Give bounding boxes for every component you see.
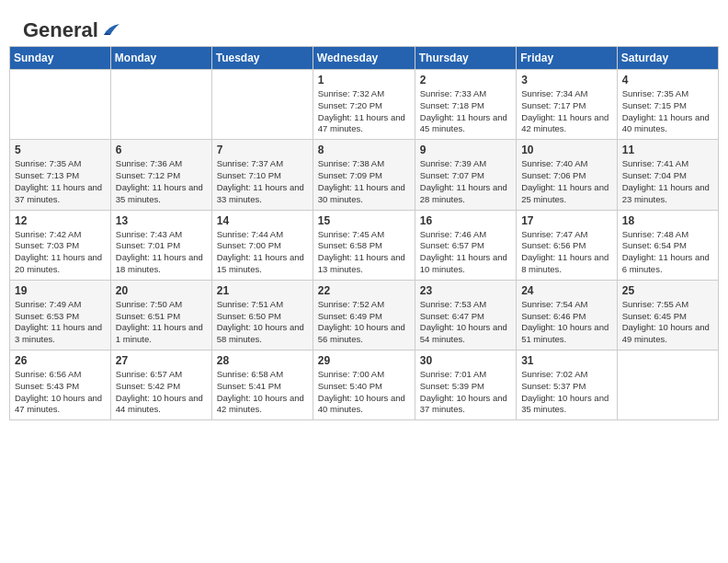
calendar-day-cell: 24Sunrise: 7:54 AM Sunset: 6:46 PM Dayli…: [517, 280, 618, 350]
col-header-wednesday: Wednesday: [313, 47, 415, 70]
day-number: 31: [521, 354, 612, 367]
day-info: Sunrise: 7:55 AM Sunset: 6:45 PM Dayligh…: [622, 299, 713, 346]
col-header-monday: Monday: [110, 47, 211, 70]
calendar-day-cell: 9Sunrise: 7:39 AM Sunset: 7:07 PM Daylig…: [415, 140, 516, 210]
day-info: Sunrise: 7:38 AM Sunset: 7:09 PM Dayligh…: [318, 158, 410, 205]
day-number: 26: [15, 354, 106, 367]
calendar-empty-cell: [10, 70, 111, 140]
day-info: Sunrise: 7:45 AM Sunset: 6:58 PM Dayligh…: [318, 229, 410, 276]
calendar-table: SundayMondayTuesdayWednesdayThursdayFrid…: [9, 46, 719, 420]
day-info: Sunrise: 7:35 AM Sunset: 7:13 PM Dayligh…: [15, 158, 106, 205]
col-header-sunday: Sunday: [10, 47, 111, 70]
day-info: Sunrise: 7:00 AM Sunset: 5:40 PM Dayligh…: [318, 369, 410, 416]
day-number: 6: [116, 144, 207, 156]
day-info: Sunrise: 7:49 AM Sunset: 6:53 PM Dayligh…: [15, 299, 106, 346]
logo-bird-icon: [99, 22, 119, 39]
day-info: Sunrise: 7:02 AM Sunset: 5:37 PM Dayligh…: [521, 369, 612, 416]
day-info: Sunrise: 7:37 AM Sunset: 7:10 PM Dayligh…: [217, 158, 308, 205]
day-info: Sunrise: 7:35 AM Sunset: 7:15 PM Dayligh…: [622, 88, 713, 135]
calendar-day-cell: 18Sunrise: 7:48 AM Sunset: 6:54 PM Dayli…: [617, 210, 718, 280]
day-number: 8: [318, 144, 410, 156]
day-number: 2: [420, 74, 511, 86]
calendar-week-row: 12Sunrise: 7:42 AM Sunset: 7:03 PM Dayli…: [10, 210, 719, 280]
day-info: Sunrise: 7:34 AM Sunset: 7:17 PM Dayligh…: [521, 88, 612, 135]
col-header-friday: Friday: [517, 47, 618, 70]
calendar-day-cell: 7Sunrise: 7:37 AM Sunset: 7:10 PM Daylig…: [211, 140, 313, 210]
day-number: 28: [217, 354, 308, 367]
calendar-week-row: 5Sunrise: 7:35 AM Sunset: 7:13 PM Daylig…: [10, 140, 719, 210]
day-info: Sunrise: 6:57 AM Sunset: 5:42 PM Dayligh…: [116, 369, 207, 416]
day-number: 21: [217, 284, 308, 297]
day-info: Sunrise: 7:36 AM Sunset: 7:12 PM Dayligh…: [116, 158, 207, 205]
day-number: 17: [521, 214, 612, 227]
day-number: 10: [521, 144, 612, 156]
day-info: Sunrise: 7:54 AM Sunset: 6:46 PM Dayligh…: [521, 299, 612, 346]
day-number: 13: [116, 214, 207, 227]
col-header-saturday: Saturday: [617, 47, 718, 70]
day-info: Sunrise: 7:41 AM Sunset: 7:04 PM Dayligh…: [622, 158, 713, 205]
day-number: 4: [622, 74, 713, 86]
calendar-day-cell: 27Sunrise: 6:57 AM Sunset: 5:42 PM Dayli…: [110, 350, 211, 420]
col-header-thursday: Thursday: [415, 47, 516, 70]
calendar-empty-cell: [211, 70, 313, 140]
calendar-week-row: 26Sunrise: 6:56 AM Sunset: 5:43 PM Dayli…: [10, 350, 719, 420]
day-info: Sunrise: 7:52 AM Sunset: 6:49 PM Dayligh…: [318, 299, 410, 346]
day-info: Sunrise: 7:40 AM Sunset: 7:06 PM Dayligh…: [521, 158, 612, 205]
day-number: 12: [15, 214, 106, 227]
calendar-day-cell: 29Sunrise: 7:00 AM Sunset: 5:40 PM Dayli…: [313, 350, 415, 420]
calendar-day-cell: 13Sunrise: 7:43 AM Sunset: 7:01 PM Dayli…: [110, 210, 211, 280]
day-info: Sunrise: 7:32 AM Sunset: 7:20 PM Dayligh…: [318, 88, 410, 135]
day-number: 7: [217, 144, 308, 156]
calendar-day-cell: 20Sunrise: 7:50 AM Sunset: 6:51 PM Dayli…: [110, 280, 211, 350]
day-number: 19: [15, 284, 106, 297]
logo: General: [23, 18, 120, 37]
calendar-day-cell: 26Sunrise: 6:56 AM Sunset: 5:43 PM Dayli…: [10, 350, 111, 420]
day-info: Sunrise: 7:51 AM Sunset: 6:50 PM Dayligh…: [217, 299, 308, 346]
day-number: 11: [622, 144, 713, 156]
calendar-day-cell: 23Sunrise: 7:53 AM Sunset: 6:47 PM Dayli…: [415, 280, 516, 350]
calendar-week-row: 1Sunrise: 7:32 AM Sunset: 7:20 PM Daylig…: [10, 70, 719, 140]
day-number: 5: [15, 144, 106, 156]
calendar-day-cell: 22Sunrise: 7:52 AM Sunset: 6:49 PM Dayli…: [313, 280, 415, 350]
day-number: 9: [420, 144, 511, 156]
calendar-day-cell: 11Sunrise: 7:41 AM Sunset: 7:04 PM Dayli…: [617, 140, 718, 210]
day-info: Sunrise: 7:44 AM Sunset: 7:00 PM Dayligh…: [217, 229, 308, 276]
day-info: Sunrise: 7:50 AM Sunset: 6:51 PM Dayligh…: [116, 299, 207, 346]
day-number: 30: [420, 354, 511, 367]
day-info: Sunrise: 7:01 AM Sunset: 5:39 PM Dayligh…: [420, 369, 511, 416]
day-number: 16: [420, 214, 511, 227]
day-info: Sunrise: 6:56 AM Sunset: 5:43 PM Dayligh…: [15, 369, 106, 416]
calendar-day-cell: 21Sunrise: 7:51 AM Sunset: 6:50 PM Dayli…: [211, 280, 313, 350]
calendar-day-cell: 2Sunrise: 7:33 AM Sunset: 7:18 PM Daylig…: [415, 70, 516, 140]
day-info: Sunrise: 7:42 AM Sunset: 7:03 PM Dayligh…: [15, 229, 106, 276]
day-number: 18: [622, 214, 713, 227]
calendar-day-cell: 14Sunrise: 7:44 AM Sunset: 7:00 PM Dayli…: [211, 210, 313, 280]
calendar-day-cell: 1Sunrise: 7:32 AM Sunset: 7:20 PM Daylig…: [313, 70, 415, 140]
day-number: 24: [521, 284, 612, 297]
day-number: 3: [521, 74, 612, 86]
day-info: Sunrise: 7:39 AM Sunset: 7:07 PM Dayligh…: [420, 158, 511, 205]
calendar-day-cell: 16Sunrise: 7:46 AM Sunset: 6:57 PM Dayli…: [415, 210, 516, 280]
day-number: 15: [318, 214, 410, 227]
calendar-day-cell: 12Sunrise: 7:42 AM Sunset: 7:03 PM Dayli…: [10, 210, 111, 280]
day-info: Sunrise: 7:46 AM Sunset: 6:57 PM Dayligh…: [420, 229, 511, 276]
day-number: 20: [116, 284, 207, 297]
day-number: 14: [217, 214, 308, 227]
page-header: General: [9, 9, 719, 41]
day-number: 25: [622, 284, 713, 297]
col-header-tuesday: Tuesday: [211, 47, 313, 70]
logo-general: General: [23, 18, 98, 42]
calendar-day-cell: 4Sunrise: 7:35 AM Sunset: 7:15 PM Daylig…: [617, 70, 718, 140]
day-number: 29: [318, 354, 410, 367]
calendar-day-cell: 17Sunrise: 7:47 AM Sunset: 6:56 PM Dayli…: [517, 210, 618, 280]
calendar-empty-cell: [617, 350, 718, 420]
day-number: 22: [318, 284, 410, 297]
calendar-empty-cell: [110, 70, 211, 140]
day-info: Sunrise: 6:58 AM Sunset: 5:41 PM Dayligh…: [217, 369, 308, 416]
day-info: Sunrise: 7:47 AM Sunset: 6:56 PM Dayligh…: [521, 229, 612, 276]
calendar-day-cell: 8Sunrise: 7:38 AM Sunset: 7:09 PM Daylig…: [313, 140, 415, 210]
day-number: 23: [420, 284, 511, 297]
calendar-day-cell: 31Sunrise: 7:02 AM Sunset: 5:37 PM Dayli…: [517, 350, 618, 420]
calendar-day-cell: 3Sunrise: 7:34 AM Sunset: 7:17 PM Daylig…: [517, 70, 618, 140]
calendar-day-cell: 19Sunrise: 7:49 AM Sunset: 6:53 PM Dayli…: [10, 280, 111, 350]
